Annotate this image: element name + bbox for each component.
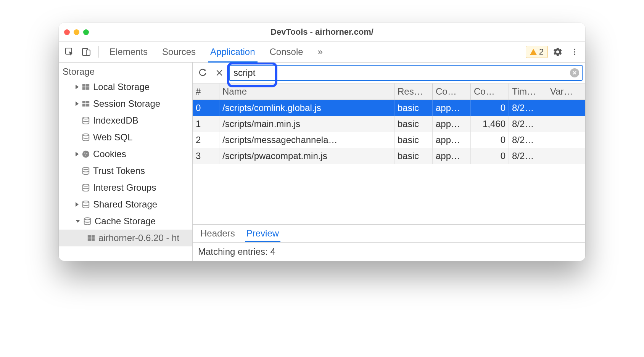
sidebar-item-label: Local Storage <box>93 82 150 92</box>
cell-content-length: 0 <box>471 148 509 164</box>
cell-time-cached: 8/2… <box>509 100 547 116</box>
cell-content-length: 1,460 <box>471 116 509 132</box>
warning-icon <box>530 49 537 55</box>
devtools-window: DevTools - airhorner.com/ Elements Sourc… <box>59 23 585 261</box>
col-response-type[interactable]: Res… <box>394 84 433 100</box>
toggle-device-toolbar-icon[interactable] <box>79 45 93 59</box>
sidebar-item-interest-groups[interactable]: Interest Groups <box>59 179 192 196</box>
warnings-chip[interactable]: 2 <box>526 46 548 58</box>
settings-button[interactable] <box>551 45 565 59</box>
window-title: DevTools - airhorner.com/ <box>59 27 585 37</box>
close-icon <box>216 69 223 77</box>
detail-tab-headers[interactable]: Headers <box>200 225 235 242</box>
cell-vary <box>547 148 585 164</box>
cell-vary <box>547 132 585 148</box>
disclosure-triangle-icon <box>76 152 79 156</box>
col-vary[interactable]: Var… <box>547 84 585 100</box>
disclosure-triangle-icon <box>76 85 79 89</box>
refresh-button[interactable] <box>196 66 209 80</box>
svg-point-17 <box>84 153 85 154</box>
table-header-row: # Name Res… Co… Co… Tim… Var… <box>193 84 585 100</box>
sidebar-item-label: airhorner-0.6.20 - ht <box>98 233 179 243</box>
db-icon <box>82 200 90 209</box>
cell-name: /scripts/main.min.js <box>219 116 394 132</box>
sidebar-item-cookies[interactable]: Cookies <box>59 146 192 162</box>
more-menu-button[interactable] <box>568 45 581 59</box>
sidebar-item-cache-storage[interactable]: Cache Storage <box>59 213 192 230</box>
zoom-window-button[interactable] <box>83 29 89 35</box>
sidebar-item-trust-tokens[interactable]: Trust Tokens <box>59 162 192 179</box>
svg-point-18 <box>86 153 87 154</box>
tab-application[interactable]: Application <box>210 42 255 62</box>
cell-content-type: app… <box>433 116 471 132</box>
cell-time-cached: 8/2… <box>509 148 547 164</box>
minimize-window-button[interactable] <box>74 29 79 35</box>
titlebar: DevTools - airhorner.com/ <box>59 23 585 42</box>
clear-filter-button[interactable] <box>570 68 579 77</box>
main-pane: Storage Local StorageSession StorageInde… <box>59 63 585 261</box>
sidebar-item-label: Trust Tokens <box>93 166 145 176</box>
cache-storage-panel: # Name Res… Co… Co… Tim… Var… 0/scripts/… <box>193 63 585 261</box>
kebab-icon <box>570 48 579 56</box>
svg-point-15 <box>83 134 89 136</box>
cell-vary <box>547 116 585 132</box>
cell-content-length: 0 <box>471 100 509 116</box>
delete-selected-button[interactable] <box>213 66 226 80</box>
table-row[interactable]: 2/scripts/messagechannela…basicapp…08/2… <box>193 132 585 148</box>
col-content-type[interactable]: Co… <box>433 84 471 100</box>
sidebar-item-shared-storage[interactable]: Shared Storage <box>59 196 192 213</box>
status-bar: Matching entries: 4 <box>193 242 585 261</box>
grid-icon <box>82 100 90 108</box>
sidebar-item-indexeddb[interactable]: IndexedDB <box>59 112 192 129</box>
table-row[interactable]: 1/scripts/main.min.jsbasicapp…1,4608/2… <box>193 116 585 132</box>
col-content-length[interactable]: Co… <box>471 84 509 100</box>
table-body[interactable]: 0/scripts/comlink.global.jsbasicapp…08/2… <box>193 100 585 224</box>
cell-response-type: basic <box>394 148 433 164</box>
cell-index: 0 <box>193 100 219 116</box>
cell-vary <box>547 100 585 116</box>
svg-point-16 <box>82 151 89 158</box>
col-name[interactable]: Name <box>219 84 394 100</box>
table-row[interactable]: 0/scripts/comlink.global.jsbasicapp…08/2… <box>193 100 585 116</box>
svg-point-20 <box>83 167 89 170</box>
sidebar-item-web-sql[interactable]: Web SQL <box>59 129 192 146</box>
panel-tabs: Elements Sources Application Console » <box>109 42 323 62</box>
svg-point-14 <box>83 117 89 119</box>
cell-name: /scripts/comlink.global.js <box>219 100 394 116</box>
cell-index: 2 <box>193 132 219 148</box>
cookie-icon <box>82 150 90 158</box>
svg-point-23 <box>84 218 91 220</box>
cache-entries-table: # Name Res… Co… Co… Tim… Var… 0/scripts/… <box>193 84 585 224</box>
col-time-cached[interactable]: Tim… <box>509 84 547 100</box>
cell-response-type: basic <box>394 116 433 132</box>
cell-name: /scripts/pwacompat.min.js <box>219 148 394 164</box>
clear-icon <box>572 71 577 75</box>
sidebar-item-local-storage[interactable]: Local Storage <box>59 79 192 95</box>
svg-rect-8 <box>82 87 85 90</box>
svg-rect-9 <box>86 87 89 90</box>
tab-elements[interactable]: Elements <box>109 42 148 62</box>
table-row[interactable]: 3/scripts/pwacompat.min.jsbasicapp…08/2… <box>193 148 585 164</box>
filter-input[interactable] <box>229 65 582 80</box>
svg-point-5 <box>574 54 575 55</box>
tab-sources[interactable]: Sources <box>162 42 196 62</box>
cell-name: /scripts/messagechannela… <box>219 132 394 148</box>
tab-console[interactable]: Console <box>270 42 303 62</box>
cell-response-type: basic <box>394 132 433 148</box>
db-icon <box>82 183 90 192</box>
sidebar-item-label: Cache Storage <box>95 216 156 227</box>
svg-rect-6 <box>82 84 85 87</box>
sidebar-item-label: Web SQL <box>93 132 133 143</box>
toolbar-separator <box>98 46 99 58</box>
detail-tab-preview[interactable]: Preview <box>246 225 279 242</box>
sidebar-item-session-storage[interactable]: Session Storage <box>59 95 192 112</box>
sidebar-item-cache-entry[interactable]: airhorner-0.6.20 - ht <box>59 230 192 246</box>
close-window-button[interactable] <box>64 29 70 35</box>
col-index[interactable]: # <box>193 84 219 100</box>
svg-rect-25 <box>92 235 95 238</box>
tabs-overflow[interactable]: » <box>318 42 323 62</box>
grid-icon <box>82 83 90 91</box>
inspect-element-icon[interactable] <box>63 45 76 59</box>
gear-icon <box>553 47 563 57</box>
warnings-count: 2 <box>539 47 544 57</box>
